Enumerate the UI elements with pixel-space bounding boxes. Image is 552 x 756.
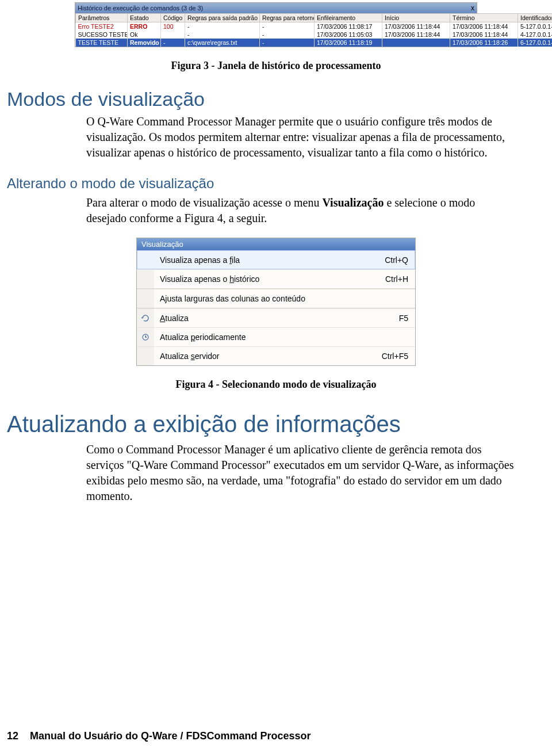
- table-row[interactable]: TESTE TESTERemovido-c:\qware\regras.txt-…: [76, 39, 553, 47]
- menu-item-shortcut: F5: [356, 309, 415, 327]
- table-cell: Removido: [128, 39, 161, 47]
- menu-item-shortcut: Ctrl+F5: [356, 347, 415, 365]
- page-number: 12: [7, 730, 18, 742]
- table-cell: 17/03/2006 11:18:44: [382, 30, 450, 39]
- menu-item-label: Visualiza apenas a fila: [154, 251, 356, 269]
- table-cell: -: [185, 22, 260, 31]
- table-cell: Ok: [128, 30, 161, 39]
- col-inicio[interactable]: Início: [382, 14, 450, 22]
- table-cell: 17/03/2006 11:18:44: [450, 22, 518, 31]
- menu-item-label: Atualiza: [154, 309, 356, 327]
- menu-item-label: Visualiza apenas o histórico: [154, 270, 356, 288]
- paragraph-modos: O Q-Ware Command Processor Manager permi…: [86, 114, 518, 161]
- table-cell: 17/03/2006 11:08:17: [315, 22, 382, 31]
- history-table: Parâmetros Estado Código Regras para saí…: [75, 13, 552, 47]
- text: Para alterar o modo de visualização aces…: [86, 196, 322, 209]
- window-title-text: Histórico de execução de comandos (3 de …: [78, 5, 203, 12]
- heading-atualizando: Atualizando a exibição de informações: [7, 411, 552, 437]
- figure-3-caption: Figura 3 - Janela de histórico de proces…: [0, 60, 552, 72]
- menu-item-shortcut: Ctrl+Q: [356, 251, 415, 269]
- table-cell: 17/03/2006 11:18:44: [450, 30, 518, 39]
- table-cell: 6-127.0.0.1-4381B: [518, 39, 553, 47]
- menu-item[interactable]: Visualiza apenas o históricoCtrl+H: [137, 269, 415, 288]
- table-cell: -: [161, 39, 185, 47]
- close-icon[interactable]: x: [471, 4, 474, 12]
- table-cell: [382, 39, 450, 47]
- menu-item[interactable]: Atualiza servidorCtrl+F5: [137, 346, 415, 365]
- figure-4-caption: Figura 4 - Selecionando modo de visualiz…: [0, 379, 552, 391]
- table-cell: 4-127.0.0.1-E73F8: [518, 30, 553, 39]
- table-cell: SUCESSO TESTE: [76, 30, 128, 39]
- menu-item-label: Ajusta larguras das colunas ao conteúdo: [154, 289, 356, 308]
- col-enfileiramento[interactable]: Enfileiramento: [315, 14, 382, 22]
- menu-item-shortcut: Ctrl+H: [356, 270, 415, 288]
- table-cell: 100: [161, 22, 185, 31]
- table-header-row: Parâmetros Estado Código Regras para saí…: [76, 14, 553, 22]
- table-cell: 5-127.0.0.1-DBAD: [518, 22, 553, 31]
- table-cell: -: [260, 22, 315, 31]
- visualizacao-menu: Visualização Visualiza apenas a filaCtrl…: [136, 238, 416, 366]
- menu-item[interactable]: AtualizaF5: [137, 308, 415, 327]
- col-parametros[interactable]: Parâmetros: [76, 14, 128, 22]
- heading-alterando: Alterando o modo de visualização: [7, 175, 552, 192]
- table-cell: -: [185, 30, 260, 39]
- table-cell: TESTE TESTE: [76, 39, 128, 47]
- menu-gutter: [137, 347, 154, 365]
- col-regras-saida[interactable]: Regras para saída padrão: [185, 14, 260, 22]
- menu-gutter: [137, 251, 154, 269]
- window-titlebar: Histórico de execução de comandos (3 de …: [75, 3, 477, 13]
- text-bold: Visualização: [322, 196, 384, 209]
- col-termino[interactable]: Término: [450, 14, 518, 22]
- page-footer: 12 Manual do Usuário do Q-Ware / FDSComm…: [7, 730, 310, 742]
- col-identificador[interactable]: Identificador: [518, 14, 553, 22]
- menu-item-label: Atualiza servidor: [154, 347, 356, 365]
- menu-item[interactable]: Atualiza periodicamente: [137, 327, 415, 346]
- menu-item[interactable]: Ajusta larguras das colunas ao conteúdo: [137, 289, 415, 308]
- menu-title[interactable]: Visualização: [137, 238, 415, 250]
- col-estado[interactable]: Estado: [128, 14, 161, 22]
- table-cell: 17/03/2006 11:18:26: [450, 39, 518, 47]
- table-cell: [161, 30, 185, 39]
- clock-icon: [137, 328, 154, 346]
- table-cell: c:\qware\regras.txt: [185, 39, 260, 47]
- menu-item[interactable]: Visualiza apenas a filaCtrl+Q: [137, 250, 415, 269]
- heading-modos: Modos de visualização: [7, 88, 552, 110]
- table-row[interactable]: Erro TESTE2ERRO100--17/03/2006 11:08:171…: [76, 22, 553, 31]
- menu-gutter: [137, 270, 154, 288]
- table-cell: -: [260, 30, 315, 39]
- col-codigo[interactable]: Código: [161, 14, 185, 22]
- menu-gutter: [137, 289, 154, 308]
- table-cell: -: [260, 39, 315, 47]
- refresh-icon: [137, 309, 154, 327]
- table-cell: 17/03/2006 11:18:19: [315, 39, 382, 47]
- paragraph-atualizando: Como o Command Processor Manager é um ap…: [86, 442, 518, 504]
- menu-item-label: Atualiza periodicamente: [154, 328, 356, 346]
- history-window: Histórico de execução de comandos (3 de …: [75, 2, 477, 47]
- table-cell: 17/03/2006 11:05:03: [315, 30, 382, 39]
- table-cell: 17/03/2006 11:18:44: [382, 22, 450, 31]
- table-row[interactable]: SUCESSO TESTEOk--17/03/2006 11:05:0317/0…: [76, 30, 553, 39]
- menu-item-shortcut: [356, 289, 415, 308]
- col-regras-retorno[interactable]: Regras para retorno: [260, 14, 315, 22]
- menu-item-shortcut: [356, 328, 415, 346]
- table-cell: ERRO: [128, 22, 161, 31]
- paragraph-alterando: Para alterar o modo de visualização aces…: [86, 195, 518, 226]
- table-cell: Erro TESTE2: [76, 22, 128, 31]
- footer-title: Manual do Usuário do Q-Ware / FDSCommand…: [30, 730, 310, 742]
